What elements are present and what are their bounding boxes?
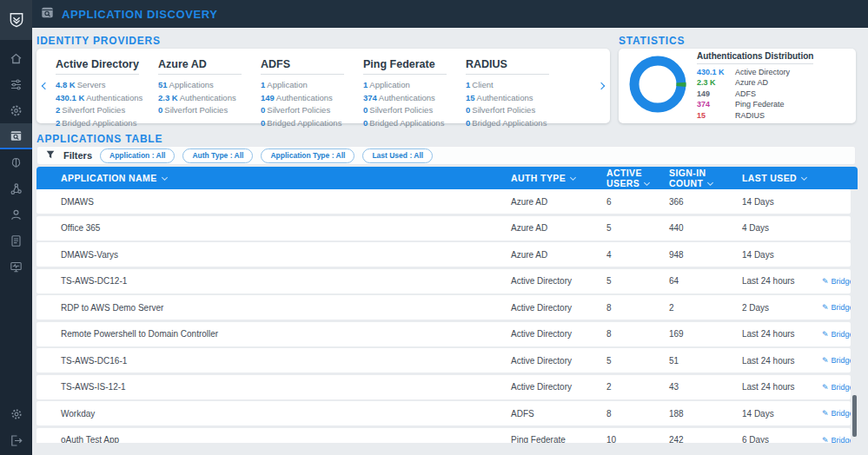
cell-sign-in-count: 188	[669, 409, 742, 419]
filter-pill-auth-type[interactable]: Auth Type : All	[182, 148, 253, 163]
column-header-auth-type[interactable]: AUTH TYPE	[511, 173, 600, 183]
provider-name: Active Directory	[56, 58, 139, 75]
authentications-donut-chart	[629, 56, 686, 116]
cell-auth-type: Active Directory	[511, 356, 600, 366]
home-icon	[9, 51, 23, 66]
cell-auth-type: Active Directory	[511, 303, 600, 313]
table-row[interactable]: TS-AWS-IS-12-1 Active Directory 2 43 Las…	[36, 375, 851, 399]
ai-brain-icon	[9, 155, 23, 170]
cell-sign-in-count: 43	[669, 382, 742, 392]
pencil-icon: ✎	[822, 356, 829, 365]
cell-application-name: TS-AWS-DC16-1	[36, 356, 511, 366]
cell-active-users: 8	[600, 303, 669, 313]
sort-caret-icon	[570, 175, 576, 181]
sidebar-item-ai[interactable]	[0, 149, 32, 175]
cell-auth-type: Active Directory	[511, 276, 600, 286]
users-icon	[9, 208, 23, 222]
sidebar-item-reports[interactable]	[0, 228, 32, 254]
identity-provider-column: RADIUS 1Client 15Authentications 0Silver…	[466, 58, 568, 129]
sort-caret-icon	[801, 175, 807, 181]
sidebar-item-users[interactable]	[0, 201, 32, 228]
cell-sign-in-count: 169	[669, 329, 742, 339]
cell-application-name: DMAWS	[36, 197, 511, 207]
bridge-to-sso-link[interactable]: ✎Bridge to SSO	[822, 330, 851, 339]
bridge-to-sso-link[interactable]: ✎Bridge to SSO	[822, 277, 851, 286]
sidebar-item-logout[interactable]	[0, 427, 32, 453]
cell-sign-in-count: 440	[669, 223, 742, 233]
column-header-application-name[interactable]: APPLICATION NAME	[36, 173, 511, 183]
cell-last-used: Last 24 hours	[742, 356, 822, 366]
table-row[interactable]: RDP to AWS Demo Server Active Directory …	[36, 295, 851, 320]
table-row[interactable]: Workday ADFS 8 188 14 Days ✎Bridge to SS…	[36, 401, 851, 425]
page-title: APPLICATION DISCOVERY	[62, 8, 217, 21]
cell-auth-type: Active Directory	[511, 329, 600, 339]
legend-row: 15 RADIUS	[697, 110, 813, 122]
identity-provider-column: ADFS 1Application 149Authentications 0Si…	[261, 58, 363, 129]
statistics-heading: STATISTICS	[619, 35, 856, 47]
provider-name: ADFS	[261, 58, 344, 75]
table-row[interactable]: TS-AWS-DC16-1 Active Directory 5 51 Last…	[36, 348, 851, 373]
column-header-active-users[interactable]: ACTIVE USERS	[600, 168, 669, 188]
table-row[interactable]: Office 365 Azure AD 5 440 4 Days ✎	[36, 216, 851, 241]
sidebar	[0, 0, 32, 455]
pencil-icon: ✎	[822, 277, 829, 286]
identity-provider-column: Active Directory 4.8 KServers 430.1 KAut…	[56, 58, 158, 129]
table-row[interactable]: oAuth Test App Ping Federate 10 242 6 Da…	[36, 428, 851, 444]
sort-caret-icon	[707, 180, 713, 186]
applications-table-heading: APPLICATIONS TABLE	[36, 133, 162, 145]
provider-name: RADIUS	[466, 58, 549, 75]
filter-pill-application[interactable]: Application : All	[100, 148, 175, 163]
bridge-to-sso-link[interactable]: ✎Bridge to SSO	[822, 356, 851, 365]
table-row[interactable]: TS-AWS-DC12-1 Active Directory 5 64 Last…	[36, 269, 851, 293]
cell-application-name: DMAWS-Varys	[36, 250, 511, 260]
sidebar-item-home[interactable]	[0, 45, 32, 71]
application-discovery-header-icon	[41, 6, 54, 23]
sidebar-item-sync[interactable]	[0, 97, 32, 123]
carousel-right-chevron-icon[interactable]	[598, 82, 605, 89]
application-discovery-page: APPLICATION DISCOVERY IDENTITY PROVIDERS…	[0, 0, 868, 455]
provider-name: Ping Federate	[363, 58, 447, 75]
cell-active-users: 5	[600, 276, 669, 286]
cell-sign-in-count: 51	[669, 356, 742, 366]
bridge-to-sso-link[interactable]: ✎Bridge to SSO	[822, 383, 851, 392]
cell-last-used: Last 24 hours	[742, 329, 822, 339]
settings-gear-icon	[10, 407, 23, 421]
silverfort-logo[interactable]	[0, 0, 32, 40]
cell-last-used: 2 Days	[742, 303, 822, 313]
cell-sign-in-count: 366	[669, 197, 742, 207]
sidebar-item-settings[interactable]	[0, 401, 32, 427]
cell-application-name: TS-AWS-IS-12-1	[36, 382, 511, 392]
sidebar-item-policies[interactable]	[0, 71, 32, 97]
cell-auth-type: ADFS	[511, 409, 600, 419]
table-row[interactable]: DMAWS Azure AD 6 366 14 Days ✎	[36, 189, 851, 214]
bridge-to-sso-link[interactable]: ✎Bridge to SSO	[822, 303, 851, 312]
table-row[interactable]: DMAWS-Varys Azure AD 4 948 14 Days ✎	[36, 242, 851, 267]
carousel-left-chevron-icon[interactable]	[42, 82, 49, 89]
column-header-last-used[interactable]: LAST USED	[742, 173, 822, 183]
cell-auth-type: Ping Federate	[511, 435, 600, 443]
bridge-to-sso-link[interactable]: ✎Bridge to SSO	[822, 409, 851, 418]
cell-active-users: 10	[600, 435, 669, 443]
pencil-icon: ✎	[822, 409, 829, 418]
table-scrollbar-thumb[interactable]	[852, 395, 857, 437]
filter-pill-last-used[interactable]: Last Used : All	[362, 148, 433, 163]
cell-active-users: 2	[600, 382, 669, 392]
legend-row: 374 Ping Federate	[697, 99, 813, 110]
sidebar-item-monitoring[interactable]	[0, 254, 32, 280]
statistics-card: Authentications Distribution 430.1 K Act…	[619, 49, 856, 123]
sidebar-item-connections[interactable]	[0, 175, 32, 201]
cell-auth-type: Active Directory	[511, 382, 600, 392]
sync-gear-icon	[9, 103, 23, 118]
filter-pill-application-type[interactable]: Application Type : All	[261, 148, 354, 163]
sidebar-nav	[0, 40, 32, 280]
cell-auth-type: Azure AD	[511, 250, 600, 260]
sidebar-item-application-discovery[interactable]	[0, 123, 32, 149]
table-row[interactable]: Remote Powershell to Domain Controller A…	[36, 322, 851, 346]
cell-active-users: 5	[600, 356, 669, 366]
cell-sign-in-count: 948	[669, 250, 742, 260]
column-header-sign-in-count[interactable]: SIGN-IN COUNT	[669, 168, 742, 188]
pencil-icon: ✎	[822, 303, 829, 312]
sort-caret-icon	[162, 175, 168, 181]
bridge-to-sso-link[interactable]: ✎Bridge to SSO	[822, 436, 851, 444]
logout-icon	[9, 433, 23, 448]
